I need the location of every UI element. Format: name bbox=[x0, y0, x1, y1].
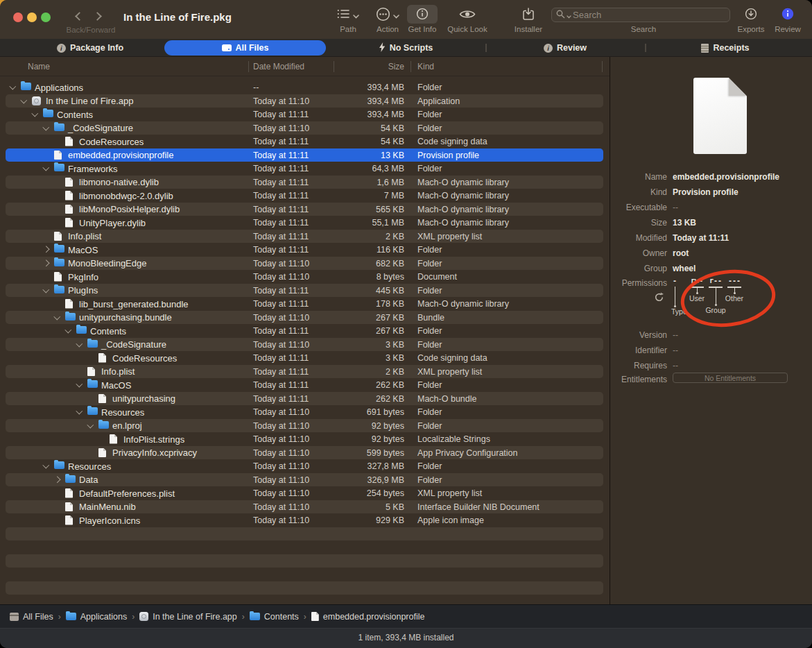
search-icon bbox=[556, 9, 565, 22]
minimize-window-button[interactable] bbox=[27, 12, 37, 22]
app-icon bbox=[32, 96, 41, 105]
table-row[interactable]: lib_burst_generated.bundleToday at 11:11… bbox=[0, 297, 610, 311]
column-header-kind[interactable]: Kind bbox=[417, 62, 434, 71]
size-cell: 262 KB bbox=[329, 394, 404, 404]
review-button[interactable]: Review bbox=[767, 0, 809, 39]
table-row[interactable]: PkgInfoToday at 11:108 bytesDocument bbox=[0, 270, 610, 284]
table-row[interactable]: unitypurchasing.bundleToday at 11:10267 … bbox=[0, 311, 610, 325]
review-button-label: Review bbox=[767, 25, 809, 33]
table-row[interactable]: DefaultPreferences.plistToday at 11:1025… bbox=[0, 486, 610, 500]
date-modified-cell: Today at 11:10 bbox=[253, 461, 309, 471]
folder-icon bbox=[54, 245, 64, 253]
breadcrumb-item[interactable]: Contents bbox=[250, 612, 299, 622]
breadcrumb-item[interactable]: All Files bbox=[10, 612, 53, 622]
entitlements-row: Entitlements No Entitlements bbox=[610, 373, 812, 388]
file-name: PkgInfo bbox=[68, 272, 98, 282]
tab-label: Package Info bbox=[70, 43, 123, 53]
table-row[interactable]: Info.plistToday at 11:112 KBXML property… bbox=[0, 365, 610, 379]
zoom-window-button[interactable] bbox=[41, 12, 51, 22]
kind-cell: Mach-O bundle bbox=[417, 394, 476, 404]
title-bar: Back/Forward In the Line of Fire.pkg Pat… bbox=[0, 0, 812, 39]
tab-separator bbox=[645, 44, 646, 52]
table-row[interactable]: PlugInsToday at 11:11445 KBFolder bbox=[0, 284, 610, 298]
kind-cell: Folder bbox=[417, 110, 442, 119]
table-row[interactable]: Info.plistToday at 11:112 KBXML property… bbox=[0, 230, 610, 244]
size-cell: 682 KB bbox=[329, 259, 404, 268]
breadcrumb-item-label: All Files bbox=[23, 612, 53, 622]
folder-icon bbox=[43, 110, 53, 117]
refresh-permissions-icon[interactable] bbox=[654, 292, 664, 305]
file-icon bbox=[311, 612, 319, 622]
table-row[interactable]: ResourcesToday at 11:10327,8 MBFolder bbox=[0, 459, 610, 473]
table-row[interactable]: en.lprojToday at 11:1092 bytesFolder bbox=[0, 419, 610, 433]
table-row[interactable]: UnityPlayer.dylibToday at 11:1155,1 MBMa… bbox=[0, 216, 610, 230]
inspector-row: Size13 KB bbox=[610, 216, 812, 231]
breadcrumb-item[interactable]: embedded.provisionprofile bbox=[311, 612, 425, 622]
table-row[interactable]: MacOSToday at 11:11116 KBFolder bbox=[0, 243, 610, 257]
table-row[interactable]: MacOSToday at 11:11262 KBFolder bbox=[0, 378, 610, 392]
table-row[interactable]: ContentsToday at 11:11267 KBFolder bbox=[0, 324, 610, 338]
installer-button[interactable]: Installer bbox=[504, 0, 553, 39]
review-info-icon bbox=[781, 8, 794, 23]
table-row[interactable]: In the Line of Fire.appToday at 11:10393… bbox=[0, 94, 610, 108]
kind-cell: Folder bbox=[417, 259, 442, 268]
breadcrumb-separator: › bbox=[58, 612, 61, 622]
tab-no-scripts[interactable]: No Scripts bbox=[350, 39, 461, 57]
table-row[interactable]: libmonobdwgc-2.0.dylibToday at 11:117 MB… bbox=[0, 189, 610, 203]
chevron-down-icon bbox=[353, 9, 359, 22]
size-cell: 2 KB bbox=[329, 367, 404, 377]
file-name: MacOS bbox=[101, 380, 131, 391]
path-button[interactable]: Path bbox=[326, 0, 370, 39]
tab-review[interactable]: iReview bbox=[510, 39, 621, 57]
inspector-row: Requires-- bbox=[610, 359, 812, 374]
table-row[interactable]: embedded.provisionprofileToday at 11:111… bbox=[0, 148, 610, 162]
search-field[interactable] bbox=[551, 8, 730, 22]
table-row[interactable]: libMonoPosixHelper.dylibToday at 11:1156… bbox=[0, 203, 610, 216]
installer-icon bbox=[522, 8, 535, 24]
date-modified-cell: Today at 11:11 bbox=[253, 205, 309, 214]
file-name: MacOS bbox=[68, 245, 98, 255]
document-preview-icon bbox=[693, 78, 747, 154]
folder-icon bbox=[76, 326, 87, 334]
table-row[interactable]: CodeResourcesToday at 11:1154 KBCode sig… bbox=[0, 135, 610, 148]
column-header-date-modified[interactable]: Date Modified bbox=[253, 62, 304, 71]
table-row[interactable]: unitypurchasingToday at 11:11262 KBMach-… bbox=[0, 392, 610, 406]
search-input[interactable] bbox=[573, 10, 725, 20]
back-button[interactable] bbox=[75, 12, 84, 21]
quick-look-button[interactable]: Quick Look bbox=[440, 0, 495, 39]
table-row[interactable]: _CodeSignatureToday at 11:1054 KBFolder bbox=[0, 121, 610, 135]
table-row[interactable]: MainMenu.nibToday at 11:105 KBInterface … bbox=[0, 500, 610, 514]
table-row[interactable]: libmono-native.dylibToday at 11:111,6 MB… bbox=[0, 176, 610, 189]
breadcrumb-item[interactable]: Applications bbox=[66, 612, 127, 622]
file-name: Contents bbox=[57, 110, 93, 120]
date-modified-cell: Today at 11:10 bbox=[253, 502, 309, 512]
size-cell: 326,9 MB bbox=[329, 475, 404, 485]
table-row[interactable]: PrivacyInfo.xcprivacyToday at 11:10599 b… bbox=[0, 446, 610, 460]
eye-icon bbox=[459, 9, 476, 22]
tab-receipts[interactable]: Receipts bbox=[670, 39, 781, 57]
table-row[interactable]: _CodeSignatureToday at 11:103 KBFolder bbox=[0, 338, 610, 352]
table-row[interactable]: Applications--393,4 MBFolder bbox=[0, 80, 610, 94]
table-row[interactable]: InfoPlist.stringsToday at 11:1092 bytesL… bbox=[0, 432, 610, 446]
file-name: Info.plist bbox=[68, 231, 101, 241]
table-row[interactable]: DataToday at 11:10326,9 MBFolder bbox=[0, 473, 610, 487]
column-header-name[interactable]: Name bbox=[28, 62, 50, 71]
search-scope-chevron-icon bbox=[567, 9, 571, 22]
table-row[interactable]: CodeResourcesToday at 11:113 KBCode sign… bbox=[0, 351, 610, 365]
table-row[interactable]: ContentsToday at 11:11393,4 MBFolder bbox=[0, 108, 610, 121]
folder-icon bbox=[87, 407, 98, 415]
column-header-size[interactable]: Size bbox=[329, 62, 404, 71]
table-row[interactable]: MonoBleedingEdgeToday at 11:10682 KBFold… bbox=[0, 257, 610, 271]
inspector-row-label: Version bbox=[610, 330, 667, 340]
file-name: Resources bbox=[68, 461, 111, 472]
tab-package-info[interactable]: iPackage Info bbox=[38, 39, 142, 57]
tab-all-files[interactable]: All Files bbox=[164, 40, 326, 56]
table-row[interactable]: FrameworksToday at 11:1164,3 MBFolder bbox=[0, 162, 610, 176]
kind-cell: Mach-O dynamic library bbox=[417, 191, 509, 201]
file-name: unitypurchasing bbox=[112, 393, 175, 404]
forward-button[interactable] bbox=[93, 12, 102, 21]
breadcrumb-item[interactable]: In the Line of Fire.app bbox=[139, 612, 237, 622]
close-window-button[interactable] bbox=[13, 12, 23, 22]
table-row[interactable]: ResourcesToday at 11:10691 bytesFolder bbox=[0, 405, 610, 419]
table-row[interactable]: PlayerIcon.icnsToday at 11:10929 KBApple… bbox=[0, 513, 610, 527]
